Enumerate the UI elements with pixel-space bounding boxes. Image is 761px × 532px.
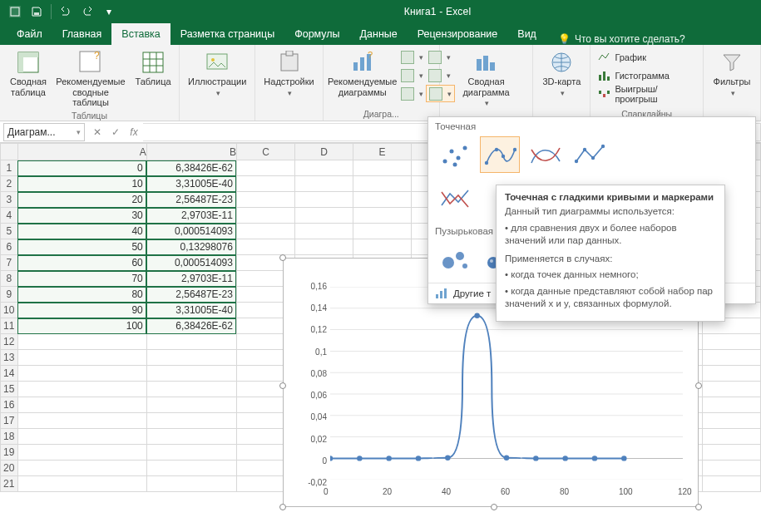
cancel-icon[interactable]: ✕: [88, 123, 106, 141]
cell[interactable]: [146, 429, 236, 445]
tell-me[interactable]: 💡 Что вы хотите сделать?: [558, 33, 685, 45]
row-header[interactable]: 21: [1, 476, 18, 492]
tab-insert[interactable]: Вставка: [111, 23, 170, 45]
cell[interactable]: 70: [17, 271, 146, 287]
undo-icon[interactable]: [56, 2, 76, 21]
cell[interactable]: [702, 476, 760, 492]
row-header[interactable]: 13: [1, 350, 18, 366]
col-header-D[interactable]: D: [294, 144, 353, 160]
name-box[interactable]: Диаграм... ▾: [3, 123, 85, 141]
cell[interactable]: [702, 461, 760, 476]
tab-formulas[interactable]: Формулы: [284, 23, 349, 45]
cell[interactable]: [17, 397, 146, 413]
cell[interactable]: [294, 239, 353, 255]
row-header[interactable]: 20: [1, 461, 18, 476]
cell[interactable]: [17, 413, 146, 429]
column-chart-button[interactable]: [398, 48, 426, 66]
cell[interactable]: [146, 445, 236, 461]
tab-file[interactable]: Файл: [7, 23, 52, 45]
recommended-charts-button[interactable]: ? Рекомендуемые диаграммы: [329, 48, 397, 108]
sparkline-column-button[interactable]: Гистограмма: [595, 66, 698, 84]
cell[interactable]: 2,56487E-23: [146, 192, 236, 208]
row-header[interactable]: 10: [1, 303, 18, 318]
cell[interactable]: [146, 350, 236, 366]
row-header[interactable]: 5: [1, 224, 18, 239]
cell[interactable]: 2,9703E-11: [146, 271, 236, 287]
cell[interactable]: 0,000514093: [146, 224, 236, 239]
cell[interactable]: [236, 239, 294, 255]
row-header[interactable]: 15: [1, 382, 18, 397]
tab-view[interactable]: Вид: [507, 23, 546, 45]
col-header-B[interactable]: B: [146, 144, 236, 160]
save-icon[interactable]: [27, 2, 47, 21]
row-header[interactable]: 11: [1, 318, 18, 334]
cell[interactable]: 2,9703E-11: [146, 208, 236, 224]
scatter-straight-lines[interactable]: [435, 180, 475, 217]
cell[interactable]: 60: [17, 255, 146, 271]
cell[interactable]: [17, 476, 146, 492]
cell[interactable]: [17, 350, 146, 366]
col-header-C[interactable]: C: [236, 144, 294, 160]
row-header[interactable]: 8: [1, 271, 18, 287]
cell[interactable]: 50: [17, 239, 146, 255]
system-menu-icon[interactable]: [5, 2, 25, 21]
stock-chart-button[interactable]: [398, 66, 426, 84]
cell[interactable]: [702, 397, 760, 413]
bubble-chart[interactable]: [435, 241, 475, 278]
row-header[interactable]: 12: [1, 334, 18, 350]
cell[interactable]: [702, 445, 760, 461]
select-all[interactable]: [1, 144, 18, 160]
cell[interactable]: [702, 429, 760, 445]
cell[interactable]: [17, 445, 146, 461]
cell[interactable]: [702, 366, 760, 382]
cell[interactable]: [353, 176, 411, 192]
row-header[interactable]: 4: [1, 208, 18, 224]
redo-icon[interactable]: [77, 2, 97, 21]
cell[interactable]: [702, 413, 760, 429]
cell[interactable]: [17, 461, 146, 476]
cell[interactable]: [236, 176, 294, 192]
tab-review[interactable]: Рецензирование: [408, 23, 508, 45]
row-header[interactable]: 14: [1, 366, 18, 382]
cell[interactable]: 6,38426E-62: [146, 160, 236, 176]
table-button[interactable]: Таблица: [130, 48, 176, 110]
cell[interactable]: [353, 192, 411, 208]
cell[interactable]: 10: [17, 176, 146, 192]
cell[interactable]: [146, 334, 236, 350]
qat-customize[interactable]: ▾: [99, 2, 119, 21]
row-header[interactable]: 19: [1, 445, 18, 461]
pivot-chart-button[interactable]: Сводная диаграмма: [445, 48, 528, 109]
tab-pagelayout[interactable]: Разметка страницы: [170, 23, 284, 45]
enter-icon[interactable]: ✓: [106, 123, 125, 141]
pivottable-button[interactable]: Сводная таблица: [5, 48, 52, 110]
row-header[interactable]: 18: [1, 429, 18, 445]
row-header[interactable]: 2: [1, 176, 18, 192]
cell[interactable]: [294, 176, 353, 192]
cell[interactable]: [294, 224, 353, 239]
cell[interactable]: [702, 334, 760, 350]
cell[interactable]: [294, 192, 353, 208]
cell[interactable]: [353, 239, 411, 255]
pie-chart-button[interactable]: [398, 85, 426, 102]
cell[interactable]: 30: [17, 208, 146, 224]
cell[interactable]: [294, 160, 353, 176]
row-header[interactable]: 7: [1, 255, 18, 271]
cell[interactable]: [236, 160, 294, 176]
row-header[interactable]: 17: [1, 413, 18, 429]
cell[interactable]: [146, 461, 236, 476]
row-header[interactable]: 9: [1, 287, 18, 303]
row-header[interactable]: 1: [1, 160, 18, 176]
row-header[interactable]: 3: [1, 192, 18, 208]
illustrations-button[interactable]: Иллюстрации: [185, 48, 250, 108]
cell[interactable]: [353, 160, 411, 176]
tab-home[interactable]: Главная: [52, 23, 112, 45]
cell[interactable]: 20: [17, 192, 146, 208]
cell[interactable]: 90: [17, 303, 146, 318]
cell[interactable]: 6,38426E-62: [146, 318, 236, 334]
cell[interactable]: [146, 382, 236, 397]
sparkline-line-button[interactable]: График: [595, 48, 698, 66]
row-header[interactable]: 6: [1, 239, 18, 255]
cell[interactable]: 40: [17, 224, 146, 239]
col-header-E[interactable]: E: [353, 144, 411, 160]
scatter-markers-only[interactable]: [435, 136, 475, 173]
